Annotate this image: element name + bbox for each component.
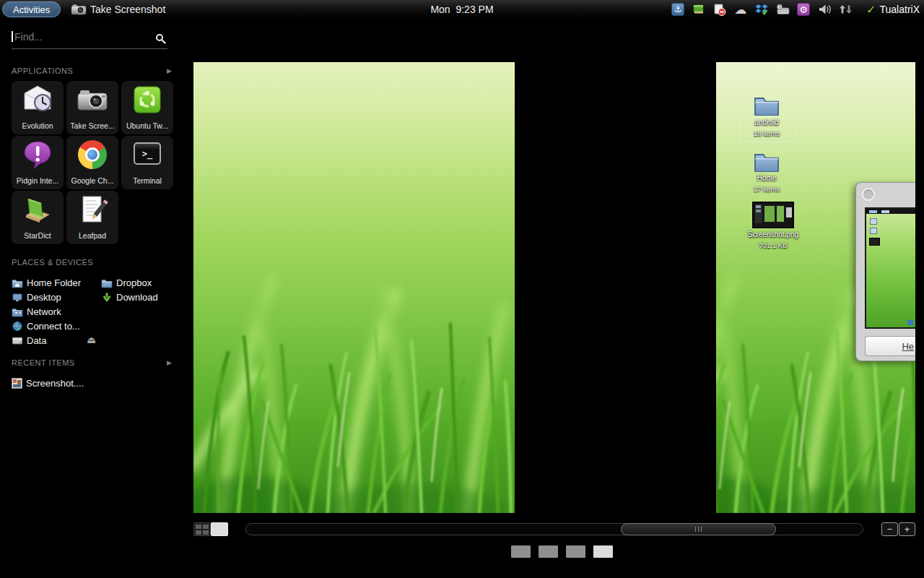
search-placeholder: Find... <box>14 31 43 43</box>
applications-expand-icon[interactable]: ▶ <box>167 67 172 74</box>
place-data[interactable]: Data <box>12 334 46 347</box>
workspace-indicator-2[interactable] <box>539 545 558 558</box>
image-thumbnail-icon <box>12 378 22 389</box>
network-folder-icon <box>12 306 23 317</box>
screenshot-file-thumbnail <box>752 202 794 228</box>
place-connect-to[interactable]: Connect to... <box>12 319 80 332</box>
app-tile-stardict[interactable]: StarDict <box>12 191 64 244</box>
android-folder-icon <box>753 92 780 116</box>
dropbox-tray-icon[interactable] <box>754 2 769 17</box>
anchor-tray-icon[interactable]: ⚓ <box>671 2 685 17</box>
drive-icon <box>12 335 23 346</box>
chrome-icon <box>77 139 108 171</box>
home-folder-icon <box>753 149 780 172</box>
workspace-indicator-3[interactable] <box>566 545 585 558</box>
recent-items-expand-icon[interactable]: ▶ <box>167 359 172 366</box>
user-check-icon: ✓ <box>866 3 876 17</box>
recent-item-screenshot[interactable]: Screenshot.... <box>12 376 84 389</box>
focused-app-title: Take Screenshot <box>90 4 165 15</box>
system-tray: ⚓ ☁ <box>671 0 920 19</box>
app-tile-pidgin[interactable]: Pidgin Inte... <box>12 136 64 189</box>
activities-button[interactable]: Activities <box>2 1 61 17</box>
window-thumbnail-desktop[interactable]: android 18 items Home 17 items Screensho… <box>716 62 915 513</box>
grass-photo <box>193 62 515 513</box>
evolution-mail-clock-icon <box>22 84 53 116</box>
desktop-icon-screenshot-name: Screenshot.png <box>744 230 802 238</box>
workspace-indicator-4[interactable] <box>593 545 613 558</box>
ubuntu-tweak-icon <box>131 84 163 116</box>
desktop-icon-android-name: android <box>738 118 796 126</box>
keyboard-clock-tray-icon[interactable] <box>775 2 790 17</box>
top-bar: Activities Take Screenshot Mon 9:23 PM ⚓ <box>0 0 924 19</box>
desktop-icon-screenshot-detail: 701.1 KB <box>744 241 802 249</box>
window-thumbnail-grass-image[interactable] <box>193 62 515 513</box>
gnome-shell-overview: Activities Take Screenshot Mon 9:23 PM ⚓ <box>0 0 924 578</box>
stardict-tray-icon[interactable] <box>692 2 706 17</box>
user-name: TualatriX <box>879 4 920 15</box>
desktop-icon <box>12 292 23 303</box>
camera-icon <box>77 84 108 116</box>
remove-workspace-button[interactable]: − <box>881 522 898 536</box>
place-download[interactable]: Download <box>101 290 158 303</box>
search-icon <box>155 33 166 44</box>
grid-view-toggle[interactable] <box>193 522 211 536</box>
user-menu[interactable]: ✓ TualatriX <box>866 3 920 17</box>
spinner-icon <box>862 188 875 201</box>
place-dropbox[interactable]: Dropbox <box>101 276 152 289</box>
screenshot-dialog: He <box>855 182 915 361</box>
help-button: He <box>865 336 915 356</box>
workspace-scrollbar-thumb[interactable] <box>621 523 776 535</box>
places-header: PLACES & DEVICES <box>12 258 93 267</box>
app-tile-terminal[interactable]: >_ Terminal <box>121 136 173 189</box>
place-network[interactable]: Network <box>12 305 61 318</box>
place-home-folder[interactable]: Home Folder <box>12 276 81 289</box>
desktop-icon-home-detail: 17 items <box>738 185 796 193</box>
globe-icon <box>12 321 23 332</box>
network-transfer-icon[interactable] <box>838 2 853 17</box>
terminal-icon: >_ <box>131 139 163 171</box>
dropbox-folder-icon <box>101 277 113 288</box>
desktop-icon-android-detail: 18 items <box>738 129 796 137</box>
home-folder-icon <box>12 277 23 288</box>
camera-icon <box>71 1 87 17</box>
focused-app-menu[interactable]: Take Screenshot <box>71 0 165 19</box>
text-caret <box>12 31 13 42</box>
cloud-tray-icon[interactable]: ☁ <box>733 2 748 17</box>
search-input[interactable]: Find... <box>12 30 167 49</box>
eject-icon[interactable]: ⏏ <box>87 334 96 345</box>
gear-tray-icon[interactable]: ⚙ <box>796 2 811 17</box>
screenshot-preview <box>865 207 915 329</box>
app-tile-evolution[interactable]: Evolution <box>12 81 64 134</box>
place-desktop[interactable]: Desktop <box>12 290 61 303</box>
leafpad-notepad-icon <box>77 194 108 225</box>
pidgin-bubble-icon <box>22 139 53 171</box>
app-tile-chrome[interactable]: Google Ch... <box>66 136 118 189</box>
add-workspace-button[interactable]: + <box>899 522 915 536</box>
workspace-indicator-1[interactable] <box>511 545 531 558</box>
single-view-toggle[interactable] <box>211 522 228 536</box>
applications-header: APPLICATIONS <box>12 66 73 75</box>
app-tile-take-screenshot[interactable]: Take Scree... <box>66 81 118 134</box>
stardict-books-icon <box>22 194 53 225</box>
desktop-icon-home-name: Home <box>738 174 796 182</box>
app-tile-ubuntu-tweak[interactable]: Ubuntu Tw... <box>121 81 173 134</box>
recent-items-header: RECENT ITEMS <box>12 358 75 367</box>
notes-blocked-tray-icon[interactable] <box>712 2 727 17</box>
app-tile-leafpad[interactable]: Leafpad <box>66 191 118 244</box>
download-arrow-icon <box>101 292 113 303</box>
volume-icon[interactable] <box>817 2 832 17</box>
